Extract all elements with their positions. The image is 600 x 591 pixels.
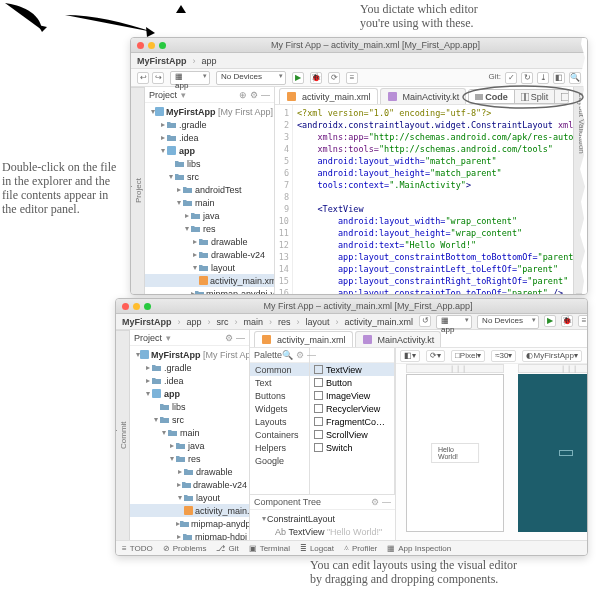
breadcrumb-item[interactable]: MyFirstApp [122,317,172,327]
breadcrumb-item[interactable]: main [244,317,264,327]
palette-category[interactable]: Widgets [250,402,309,415]
widget-item[interactable]: Switch [310,441,394,454]
tree-root[interactable]: ▾MyFirstApp [My First App] ~/Andr [130,348,249,361]
tree-file-activity-main[interactable]: activity_main.xml [145,274,274,287]
tree-folder[interactable]: ▸java [130,439,249,452]
traffic-min-icon[interactable] [133,303,140,310]
widget-item[interactable]: ImageView [310,389,394,402]
widget-item[interactable]: Button [310,376,394,389]
git-icon[interactable]: ✓ [505,72,517,84]
toolbar-button[interactable]: ↩ [137,72,149,84]
palette-category[interactable]: Buttons [250,389,309,402]
tree-folder[interactable]: ▸.gradle [130,361,249,374]
code-editor[interactable]: 12345678910111213141516 <?xml version="1… [275,105,573,294]
search-icon[interactable]: 🔍 [282,350,293,360]
layout-canvas[interactable]: ◧▾ ⟳▾ □ Pixel▾ ≈ 30▾ ◐ MyFirstApp▾ ↔ 0dp… [396,348,588,540]
traffic-min-icon[interactable] [148,42,155,49]
palette-category[interactable]: Containers [250,428,309,441]
traffic-max-icon[interactable] [159,42,166,49]
run-button[interactable]: ▶ [292,72,304,84]
tree-folder[interactable]: ▸java [145,209,274,222]
device-select[interactable]: No Devices [216,71,286,85]
tree-folder[interactable]: ▸drawable [130,465,249,478]
toolbar-button[interactable]: ⤓ [537,72,549,84]
module-select[interactable]: ▦ app [170,71,210,85]
dropdown-icon[interactable]: ▾ [181,90,186,100]
tree-folder[interactable]: libs [145,157,274,170]
status-logcat[interactable]: ≣ Logcat [300,544,334,553]
tool-tab-pull-requests[interactable]: Pull Requests [130,87,133,294]
tree-folder[interactable]: ▾res [130,452,249,465]
debug-button[interactable]: 🐞 [561,315,573,327]
status-profiler[interactable]: ⟑ Profiler [344,544,377,553]
status-terminal[interactable]: ▣ Terminal [249,544,290,553]
gear-icon[interactable]: ⚙ [296,350,304,360]
hide-icon[interactable]: — [236,333,245,343]
ct-node-root[interactable]: ▾ConstraintLayout [254,512,391,525]
toolbar-button[interactable]: ↪ [152,72,164,84]
toolbar-button[interactable]: ↺ [419,315,431,327]
gear-icon[interactable]: ⚙ [371,497,379,507]
tree-module-app[interactable]: ▾app [130,387,249,400]
device-select[interactable]: No Devices [477,315,539,329]
traffic-close-icon[interactable] [122,303,129,310]
widget-item[interactable]: TextView [310,363,394,376]
tool-tab-pull-requests[interactable]: Pull Requests [115,330,118,540]
gear-icon[interactable]: ⚙ [250,90,258,100]
preview-textview[interactable]: Hello World! [431,443,479,463]
tree-root[interactable]: ▾MyFirstApp [My First App] ~/Andro [145,105,274,118]
editor-tab-xml[interactable]: activity_main.xml [254,331,353,347]
palette-category[interactable]: Text [250,376,309,389]
device-preview-select[interactable]: □ Pixel▾ [451,350,485,362]
tree-folder[interactable]: ▸mipmap-hdpi [130,530,249,540]
traffic-max-icon[interactable] [144,303,151,310]
breadcrumb-item[interactable]: MyFirstApp [137,56,187,66]
tool-tab-commit[interactable]: Commit [118,330,129,540]
tree-folder[interactable]: ▾src [145,170,274,183]
tree-folder[interactable]: ▸drawable [145,235,274,248]
toolbar-button[interactable]: ≡ [346,72,358,84]
widget-item[interactable]: ScrollView [310,428,394,441]
editor-tab-kt[interactable]: MainActivity.kt [380,88,467,104]
palette-category[interactable]: Helpers [250,441,309,454]
tree-folder[interactable]: ▸.idea [145,131,274,144]
dropdown-icon[interactable]: ▾ [166,333,171,343]
palette-category[interactable]: Google [250,454,309,467]
hide-icon[interactable]: — [261,90,270,100]
tree-folder[interactable]: ▸.idea [130,374,249,387]
status-problems[interactable]: ⊘ Problems [163,544,207,553]
run-button[interactable]: ▶ [544,315,556,327]
toolbar-button[interactable]: ≡ [578,315,588,327]
module-select[interactable]: ▦ app [436,315,472,329]
breadcrumb-item[interactable]: layout [306,317,330,327]
toolbar-button[interactable]: ◧ [553,72,565,84]
tree-file-activity-main[interactable]: activity_main.xml [130,504,249,517]
device-preview-light[interactable]: ⎹⎹⎹ Hello World! [406,374,504,532]
tree-folder[interactable]: ▸.gradle [145,118,274,131]
breadcrumb-item[interactable]: src [217,317,229,327]
breadcrumb-item[interactable]: app [202,56,217,66]
status-inspection[interactable]: ▦ App Inspection [387,544,451,553]
tool-tab-project[interactable]: Project [133,87,144,294]
editor-tab-xml[interactable]: activity_main.xml [279,88,378,104]
breadcrumb-item[interactable]: activity_main.xml [345,317,414,327]
api-select[interactable]: ≈ 30▾ [491,350,516,362]
tree-folder-layout[interactable]: ▾layout [130,491,249,504]
tree-folder[interactable]: libs [130,400,249,413]
palette-category[interactable]: Layouts [250,415,309,428]
tree-folder[interactable]: ▸drawable-v24 [130,478,249,491]
tree-module-app[interactable]: ▾app [145,144,274,157]
debug-button[interactable]: 🐞 [310,72,322,84]
blueprint-textview[interactable] [559,450,573,456]
traffic-close-icon[interactable] [137,42,144,49]
toolbar-button[interactable]: ⟳ [328,72,340,84]
breadcrumb-item[interactable]: app [187,317,202,327]
widget-item[interactable]: RecyclerView [310,402,394,415]
tree-folder[interactable]: ▸androidTest [145,183,274,196]
tree-folder[interactable]: ▾res [145,222,274,235]
collapse-icon[interactable]: ⊕ [239,90,247,100]
tree-folder[interactable]: ▾main [130,426,249,439]
orientation-button[interactable]: ⟳▾ [426,350,445,362]
tree-folder[interactable]: ▸mipmap-anydpi-v26 [130,517,249,530]
palette-category[interactable]: Common [250,363,309,376]
